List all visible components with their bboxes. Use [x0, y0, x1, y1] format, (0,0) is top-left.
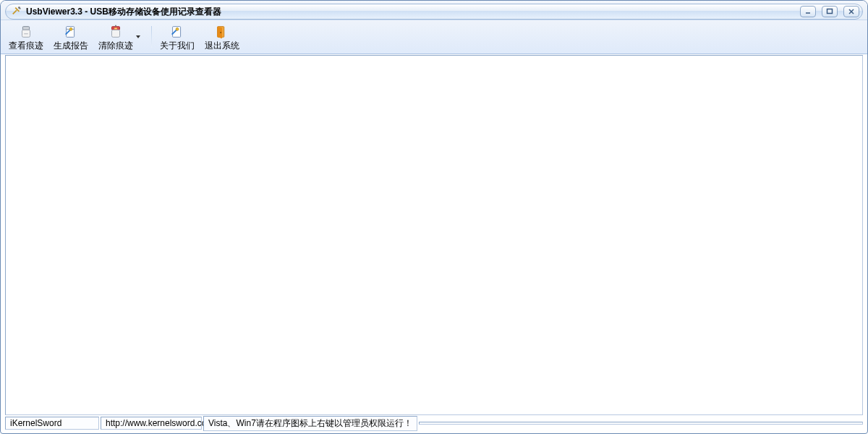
toolbar: 查看痕迹 生成报告: [1, 20, 867, 54]
titlebar-wrap: UsbViewer3.3 - USB移动存储设备使用记录查看器: [1, 1, 867, 20]
generate-report-button[interactable]: 生成报告: [48, 22, 93, 52]
svg-point-14: [176, 28, 179, 31]
minimize-button[interactable]: [800, 6, 816, 17]
window-title: UsbViewer3.3 - USB移动存储设备使用记录查看器: [26, 6, 221, 18]
about-icon: [169, 24, 185, 40]
toolbar-separator: [151, 26, 152, 48]
svg-rect-2: [827, 9, 833, 14]
status-bar: iKernelSword http://www.kernelsword.com …: [5, 416, 863, 430]
view-traces-label: 查看痕迹: [9, 41, 43, 50]
about-us-button[interactable]: 关于我们: [155, 22, 200, 52]
generate-report-label: 生成报告: [54, 41, 88, 50]
status-hint: Vista、Win7请在程序图标上右键以管理员权限运行！: [203, 416, 417, 431]
svg-point-0: [18, 7, 20, 9]
titlebar[interactable]: UsbViewer3.3 - USB移动存储设备使用记录查看器: [5, 4, 863, 20]
about-us-label: 关于我们: [160, 41, 195, 50]
app-icon: [12, 6, 22, 18]
status-filler: [419, 422, 863, 425]
exit-system-label: 退出系统: [205, 41, 239, 50]
app-window: UsbViewer3.3 - USB移动存储设备使用记录查看器 查看痕: [0, 0, 868, 434]
svg-rect-11: [112, 30, 120, 37]
clear-traces-label: 清除痕迹: [98, 41, 133, 50]
view-traces-button[interactable]: 查看痕迹: [4, 22, 48, 52]
close-button[interactable]: [843, 6, 859, 17]
usb-drive-icon: [18, 24, 34, 40]
status-author: iKernelSword: [5, 417, 99, 430]
clear-traces-button[interactable]: 清除痕迹: [93, 22, 148, 52]
chevron-down-icon[interactable]: [133, 34, 143, 40]
status-url[interactable]: http://www.kernelsword.com: [101, 417, 202, 430]
svg-point-9: [69, 28, 72, 31]
svg-rect-5: [22, 27, 29, 30]
clear-icon: [108, 24, 124, 40]
report-icon: [63, 24, 79, 40]
maximize-button[interactable]: [822, 6, 838, 17]
content-area[interactable]: [5, 55, 863, 415]
svg-point-16: [220, 32, 221, 33]
exit-icon: [214, 24, 230, 40]
svg-rect-12: [114, 28, 117, 30]
exit-system-button[interactable]: 退出系统: [200, 22, 244, 52]
